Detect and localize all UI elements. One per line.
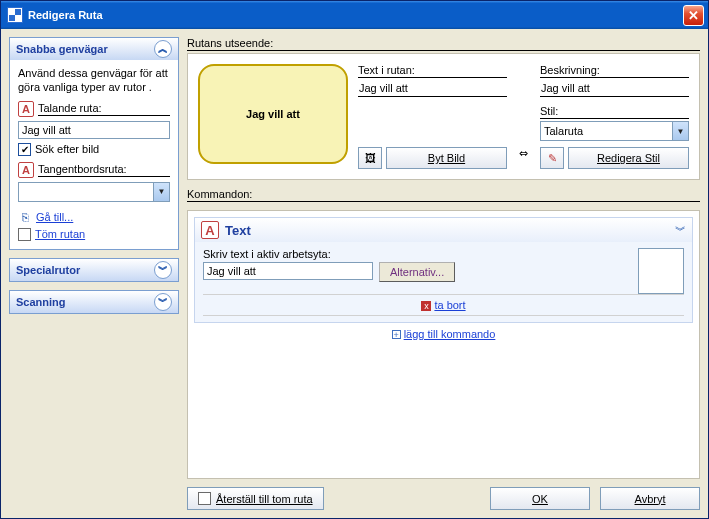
command-text-panel: A Text ︾ Skriv text i aktiv arbetsyta: A…: [194, 217, 693, 323]
cell-preview: Jag vill att: [198, 64, 348, 164]
dialog-body: Snabba genvägar ︽ Använd dessa genvägar …: [1, 29, 708, 518]
panel-scanning-title: Scanning: [16, 296, 66, 308]
titlebar: Redigera Ruta ✕: [1, 1, 708, 29]
remove-icon: x: [421, 301, 431, 311]
goto-icon: ⎘: [18, 210, 32, 224]
remove-link[interactable]: ta bort: [434, 299, 465, 311]
collapse-icon[interactable]: ︽: [154, 40, 172, 58]
expand-icon[interactable]: ︾: [154, 261, 172, 279]
style-value: Talaruta: [541, 125, 672, 137]
commands-section-label: Kommandon:: [187, 188, 700, 202]
window-title: Redigera Ruta: [28, 9, 683, 21]
command-preview-box: [638, 248, 684, 294]
app-icon: [7, 7, 23, 23]
text-command-icon: A: [201, 221, 219, 239]
panel-special-title: Specialrutor: [16, 264, 80, 276]
panel-special-header[interactable]: Specialrutor ︾: [10, 259, 178, 281]
style-edit-icon-button[interactable]: ✎: [540, 147, 564, 169]
remove-row: xta bort: [203, 294, 684, 316]
empty-cell-link[interactable]: Töm rutan: [35, 228, 85, 240]
keyboard-cell-label: Tangentbordsruta:: [38, 163, 170, 177]
cancel-button[interactable]: Avbryt: [600, 487, 700, 510]
goto-link[interactable]: Gå till...: [36, 211, 73, 223]
image-picker-button[interactable]: 🖼: [358, 147, 382, 169]
change-image-button[interactable]: Byt Bild: [386, 147, 507, 169]
main-area: Rutans utseende: Jag vill att Text i rut…: [187, 37, 700, 510]
write-text-label: Skriv text i aktiv arbetsyta:: [203, 248, 684, 260]
description-input[interactable]: [540, 80, 689, 97]
reset-button[interactable]: Återställ till tom ruta: [187, 487, 324, 510]
expand-icon[interactable]: ︾: [675, 223, 686, 238]
command-text-body: Skriv text i aktiv arbetsyta: Alternativ…: [195, 242, 692, 322]
panel-scanning-header[interactable]: Scanning ︾: [10, 291, 178, 313]
appearance-box: Jag vill att Text i rutan: 🖼 Byt Bild ⇔ …: [187, 53, 700, 180]
chevron-down-icon: ▼: [153, 183, 169, 201]
talking-cell-input[interactable]: [18, 121, 170, 139]
style-label: Stil:: [540, 105, 689, 119]
panel-scanning: Scanning ︾: [9, 290, 179, 314]
write-text-input[interactable]: [203, 262, 373, 280]
appearance-section-label: Rutans utseende:: [187, 37, 700, 51]
description-label: Beskrivning:: [540, 64, 689, 78]
panel-shortcuts-body: Använd dessa genvägar för att göra vanli…: [10, 60, 178, 249]
sidebar: Snabba genvägar ︽ Använd dessa genvägar …: [9, 37, 179, 510]
commands-box: A Text ︾ Skriv text i aktiv arbetsyta: A…: [187, 210, 700, 479]
close-button[interactable]: ✕: [683, 5, 704, 26]
empty-cell-icon: [18, 228, 31, 241]
plus-icon: +: [392, 330, 401, 339]
add-command-link[interactable]: lägg till kommando: [404, 328, 496, 340]
add-command-row: +lägg till kommando: [194, 323, 693, 342]
command-title: Text: [225, 223, 251, 238]
reset-icon: [198, 492, 211, 505]
edit-style-button[interactable]: Redigera Stil: [568, 147, 689, 169]
pencil-icon: ✎: [548, 152, 557, 165]
chevron-down-icon: ▼: [672, 122, 688, 140]
image-icon: 🖼: [365, 152, 376, 164]
text-in-cell-input[interactable]: [358, 80, 507, 97]
search-image-label: Sök efter bild: [35, 143, 99, 155]
alternatives-button[interactable]: Alternativ...: [379, 262, 455, 282]
command-text-header[interactable]: A Text ︾: [195, 218, 692, 242]
ok-button[interactable]: OK: [490, 487, 590, 510]
keyboard-cell-icon: A: [18, 162, 34, 178]
panel-shortcuts-title: Snabba genvägar: [16, 43, 108, 55]
talking-cell-icon: A: [18, 101, 34, 117]
cell-preview-text: Jag vill att: [246, 108, 300, 120]
keyboard-cell-combo[interactable]: ▼: [18, 182, 170, 202]
panel-special: Specialrutor ︾: [9, 258, 179, 282]
edit-cell-dialog: Redigera Ruta ✕ Snabba genvägar ︽ Använd…: [0, 0, 709, 519]
search-image-checkbox[interactable]: ✔: [18, 143, 31, 156]
link-arrow-icon: ⇔: [519, 147, 528, 160]
panel-shortcuts: Snabba genvägar ︽ Använd dessa genvägar …: [9, 37, 179, 250]
talking-cell-label: Talande ruta:: [38, 102, 170, 116]
text-in-cell-label: Text i rutan:: [358, 64, 507, 78]
panel-shortcuts-header[interactable]: Snabba genvägar ︽: [10, 38, 178, 60]
expand-icon[interactable]: ︾: [154, 293, 172, 311]
dialog-footer: Återställ till tom ruta OK Avbryt: [187, 487, 700, 510]
shortcuts-description: Använd dessa genvägar för att göra vanli…: [18, 66, 170, 95]
style-combo[interactable]: Talaruta ▼: [540, 121, 689, 141]
